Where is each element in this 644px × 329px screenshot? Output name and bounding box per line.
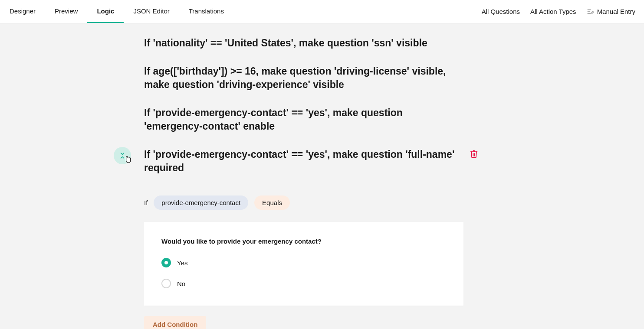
question-preview-card: Would you like to provide your emergency…: [144, 222, 463, 306]
logic-rule[interactable]: If 'nationality' == 'United States', mak…: [144, 36, 457, 50]
logic-rule-active: If 'provide-emergency-contact' == 'yes',…: [144, 148, 500, 175]
condition-row: If provide-emergency-contact Equals: [144, 195, 500, 210]
radio-option-yes[interactable]: Yes: [161, 258, 446, 267]
radio-option-no[interactable]: No: [161, 279, 446, 288]
top-bar: Designer Preview Logic JSON Editor Trans…: [0, 0, 644, 23]
filter-all-action-types[interactable]: All Action Types: [530, 8, 576, 15]
trash-icon: [470, 150, 478, 158]
manual-entry-label: Manual Entry: [597, 8, 635, 15]
tab-translations[interactable]: Translations: [179, 0, 233, 23]
radio-label: Yes: [177, 259, 187, 267]
content-area: If 'nationality' == 'United States', mak…: [0, 23, 644, 329]
tab-preview[interactable]: Preview: [45, 0, 87, 23]
condition-if-label: If: [144, 199, 148, 206]
tab-json-editor[interactable]: JSON Editor: [124, 0, 179, 23]
main-tabs: Designer Preview Logic JSON Editor Trans…: [0, 0, 233, 23]
delete-rule-button[interactable]: [470, 150, 478, 158]
radio-circle-icon: [161, 279, 171, 288]
radio-circle-icon: [161, 258, 171, 267]
tab-designer[interactable]: Designer: [0, 0, 45, 23]
logic-rule[interactable]: If age(['birthday']) >= 16, make questio…: [144, 65, 457, 91]
manual-entry-button[interactable]: Manual Entry: [587, 8, 635, 16]
logic-rule-text[interactable]: If 'provide-emergency-contact' == 'yes',…: [144, 148, 457, 175]
add-condition-button[interactable]: Add Condition: [144, 316, 206, 329]
question-title: Would you like to provide your emergency…: [161, 238, 446, 245]
radio-label: No: [177, 280, 185, 287]
toolbar-actions: All Questions All Action Types Manual En…: [482, 0, 641, 23]
collapse-icon: [119, 152, 126, 159]
logic-rule[interactable]: If 'provide-emergency-contact' == 'yes',…: [144, 106, 457, 133]
filter-all-questions[interactable]: All Questions: [482, 8, 520, 15]
tab-logic[interactable]: Logic: [87, 0, 124, 23]
condition-question-pill[interactable]: provide-emergency-contact: [154, 195, 248, 210]
manual-entry-icon: [587, 8, 595, 16]
condition-operator-pill[interactable]: Equals: [254, 195, 290, 210]
collapse-rule-button[interactable]: [114, 147, 131, 164]
